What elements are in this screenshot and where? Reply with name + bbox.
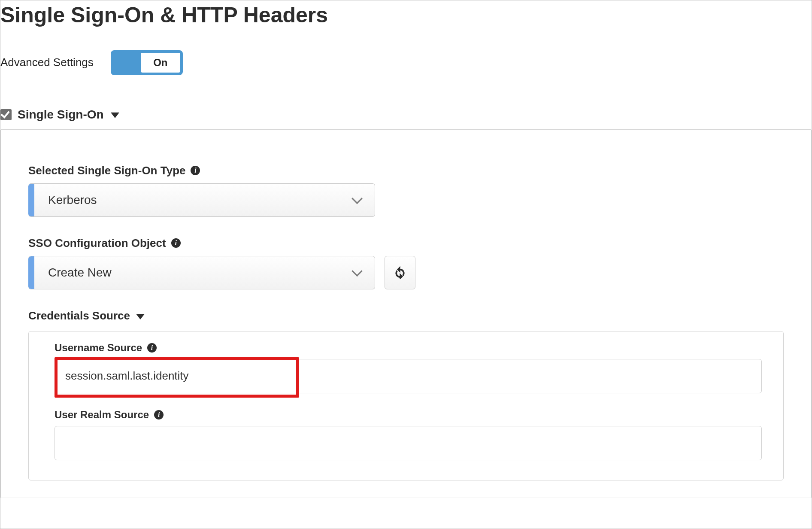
page-title: Single Sign-On & HTTP Headers	[0, 0, 812, 28]
username-source-field: Username Source i	[55, 342, 762, 393]
sso-type-label-text: Selected Single Sign-On Type	[28, 164, 185, 177]
chevron-down-icon	[351, 265, 362, 276]
sso-section-title: Single Sign-On	[18, 108, 104, 122]
sso-panel: Selected Single Sign-On Type i Kerberos …	[0, 129, 812, 498]
sso-config-field: SSO Configuration Object i Create New	[28, 237, 784, 289]
advanced-settings-row: Advanced Settings On	[0, 50, 812, 75]
advanced-settings-toggle[interactable]: On	[111, 50, 183, 75]
info-icon[interactable]: i	[191, 166, 200, 175]
info-icon[interactable]: i	[154, 410, 164, 420]
sso-type-select[interactable]: Kerberos	[28, 183, 375, 217]
sso-section-header[interactable]: Single Sign-On	[0, 108, 812, 122]
info-icon[interactable]: i	[171, 238, 181, 248]
toggle-knob: On	[141, 53, 180, 73]
sso-checkbox[interactable]	[0, 109, 12, 120]
username-source-label: Username Source i	[55, 342, 762, 354]
refresh-icon	[394, 266, 406, 279]
sso-type-value: Kerberos	[48, 193, 97, 207]
sso-type-field: Selected Single Sign-On Type i Kerberos	[28, 164, 784, 217]
credentials-panel: Username Source i User Realm Source i	[28, 331, 784, 480]
sso-config-select[interactable]: Create New	[28, 256, 375, 289]
user-realm-source-input[interactable]	[55, 426, 762, 460]
user-realm-source-label: User Realm Source i	[55, 409, 762, 421]
select-accent	[28, 256, 34, 289]
select-accent	[28, 184, 34, 216]
sso-config-value: Create New	[48, 266, 112, 280]
user-realm-source-label-text: User Realm Source	[55, 409, 149, 421]
chevron-down-icon	[351, 193, 362, 204]
user-realm-source-field: User Realm Source i	[55, 409, 762, 460]
sso-type-label: Selected Single Sign-On Type i	[28, 164, 784, 177]
credentials-source-header[interactable]: Credentials Source	[28, 309, 784, 322]
sso-config-label: SSO Configuration Object i	[28, 237, 784, 250]
username-source-label-text: Username Source	[55, 342, 142, 354]
refresh-button[interactable]	[385, 256, 415, 289]
username-source-input[interactable]	[55, 359, 762, 393]
advanced-settings-label: Advanced Settings	[0, 56, 94, 69]
caret-down-icon	[111, 112, 119, 118]
credentials-source-title: Credentials Source	[28, 309, 130, 322]
sso-config-label-text: SSO Configuration Object	[28, 237, 166, 250]
info-icon[interactable]: i	[147, 343, 157, 353]
caret-down-icon	[136, 314, 145, 319]
toggle-state-text: On	[153, 57, 167, 69]
